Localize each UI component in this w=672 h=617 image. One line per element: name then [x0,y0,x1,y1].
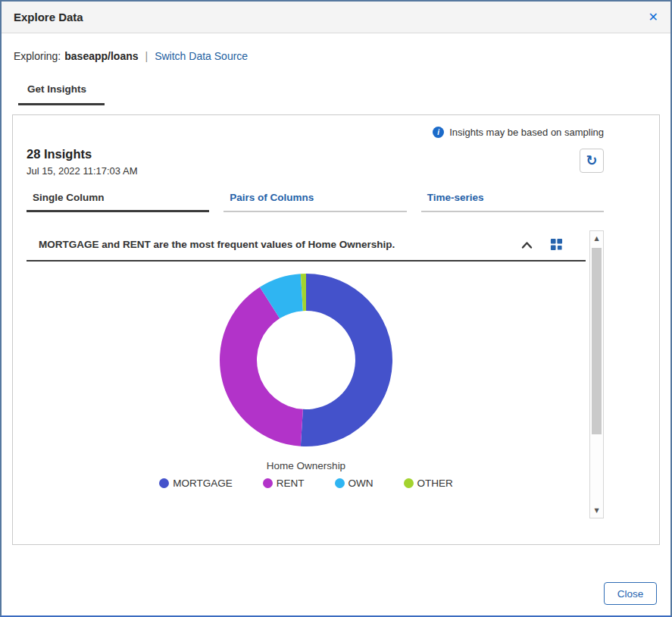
legend-label: OWN [349,478,374,489]
legend-item-own[interactable]: OWN [335,478,374,489]
dialog-header: Explore Data ✕ [2,2,670,33]
insights-header: 28 Insights Jul 15, 2022 11:17:03 AM ↻ [27,147,604,177]
legend-item-other[interactable]: OTHER [404,478,453,489]
data-source-name: baseapp/loans [64,50,138,62]
legend-dot [404,478,414,488]
switch-data-source-link[interactable]: Switch Data Source [155,50,248,62]
insight-card-title: MORTGAGE and RENT are the most frequent … [39,239,395,250]
vertical-scrollbar[interactable]: ▲ ▼ [589,230,604,518]
donut-chart [218,272,394,448]
dialog-title: Explore Data [14,11,83,23]
tab-pairs-of-columns[interactable]: Pairs of Columns [223,189,406,212]
legend-label: MORTGAGE [173,478,233,489]
insights-panel: i Insights may be based on sampling 28 I… [12,114,660,545]
insights-heading-block: 28 Insights Jul 15, 2022 11:17:03 AM [27,147,137,177]
scroll-up-arrow-icon[interactable]: ▲ [590,235,603,242]
main-tab-bar: Get Insights [18,82,670,105]
insight-tab-bar: Single Column Pairs of Columns Time-seri… [27,189,604,212]
close-button[interactable]: Close [604,582,657,605]
refresh-icon: ↻ [586,154,597,168]
legend-label: RENT [277,478,305,489]
dialog-footer: Close [2,582,670,615]
info-icon: i [433,127,444,138]
refresh-button[interactable]: ↻ [580,149,604,173]
legend-item-mortgage[interactable]: MORTGAGE [159,478,233,489]
insight-card-region: MORTGAGE and RENT are the most frequent … [27,230,604,518]
separator: | [145,50,148,62]
legend-dot [335,478,345,488]
scroll-down-arrow-icon[interactable]: ▼ [590,507,603,514]
legend-label: OTHER [417,478,453,489]
tab-time-series[interactable]: Time-series [421,189,604,212]
sampling-note-row: i Insights may be based on sampling [27,124,604,139]
chart-category-label: Home Ownership [267,460,345,471]
insight-card: MORTGAGE and RENT are the most frequent … [27,230,586,518]
collapse-chevron-up-icon[interactable] [519,239,535,251]
scrollbar-thumb[interactable] [592,248,602,434]
sampling-note: Insights may be based on sampling [449,127,604,138]
insights-timestamp: Jul 15, 2022 11:17:03 AM [27,165,137,177]
donut-chart-area: Home Ownership MORTGAGERENTOWNOTHER [27,262,586,518]
chart-legend: MORTGAGERENTOWNOTHER [159,478,453,489]
donut-slice-mortgage[interactable] [301,274,392,446]
close-icon[interactable]: ✕ [649,11,658,23]
data-source-bar: Exploring: baseapp/loans | Switch Data S… [2,33,670,62]
tab-get-insights[interactable]: Get Insights [18,83,105,105]
insights-count: 28 Insights [27,147,137,161]
tab-single-column[interactable]: Single Column [27,189,209,212]
legend-dot [263,478,273,488]
legend-item-rent[interactable]: RENT [263,478,305,489]
exploring-label: Exploring: [14,50,61,62]
legend-dot [159,478,169,488]
insight-card-header: MORTGAGE and RENT are the most frequent … [27,230,586,262]
change-visual-grid-icon[interactable] [549,236,564,252]
insight-card-actions [519,236,564,252]
